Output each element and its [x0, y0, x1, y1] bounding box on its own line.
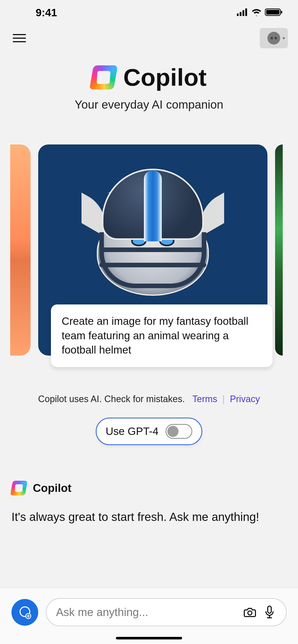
status-time: 9:41	[15, 7, 57, 19]
gpt4-toggle[interactable]: Use GPT-4	[96, 418, 202, 445]
toggle-switch[interactable]	[166, 424, 192, 439]
input-bar: Ask me anything...	[0, 588, 298, 644]
chat-sender-name: Copilot	[33, 482, 72, 494]
privacy-link[interactable]: Privacy	[230, 394, 260, 404]
link-separator: |	[220, 394, 227, 404]
message-input[interactable]: Ask me anything...	[46, 598, 287, 626]
svg-rect-2	[242, 10, 244, 16]
svg-rect-6	[281, 11, 282, 13]
new-topic-button[interactable]	[11, 599, 38, 626]
svg-point-8	[248, 611, 252, 615]
status-bar: 9:41	[0, 0, 298, 25]
suggestion-carousel[interactable]: ✦ ✧ ✦ ✧ Create an image for my fantasy f…	[0, 144, 298, 356]
suggestion-prompt-text: Create an image for my fantasy football …	[62, 314, 262, 357]
home-indicator[interactable]	[116, 637, 182, 639]
gpt4-toggle-label: Use GPT-4	[106, 425, 159, 437]
suggestion-card-prev[interactable]	[10, 144, 31, 356]
suggestion-prompt-box: Create an image for my fantasy football …	[51, 304, 273, 367]
battery-icon	[265, 8, 283, 17]
page-title: Copilot	[123, 64, 207, 91]
chat-plus-icon	[18, 605, 32, 619]
chat-header: Copilot	[11, 481, 287, 495]
mic-button[interactable]	[262, 605, 276, 619]
account-button[interactable]	[260, 28, 288, 48]
svg-rect-0	[237, 13, 239, 16]
disclaimer-row: Copilot uses AI. Check for mistakes. Ter…	[0, 394, 298, 404]
app-header	[0, 25, 298, 56]
logo-row: Copilot	[0, 64, 298, 91]
status-icons	[237, 8, 283, 17]
tagline: Your everyday AI companion	[0, 98, 298, 111]
svg-rect-5	[266, 10, 279, 14]
svg-rect-1	[240, 12, 241, 16]
copilot-logo-icon	[89, 65, 118, 90]
wifi-icon	[251, 8, 262, 17]
disclaimer-text: Copilot uses AI. Check for mistakes.	[38, 394, 185, 404]
camera-icon	[244, 607, 256, 618]
hamburger-icon	[13, 34, 26, 35]
mic-icon	[265, 606, 274, 619]
copilot-avatar-icon	[10, 481, 28, 495]
suggestion-card[interactable]: ✦ ✧ ✦ ✧ Create an image for my fantasy f…	[38, 144, 267, 356]
chat-greeting: It's always great to start fresh. Ask me…	[11, 509, 287, 525]
message-placeholder: Ask me anything...	[56, 606, 237, 619]
cellular-icon	[237, 8, 248, 17]
title-area: Copilot Your everyday AI companion	[0, 56, 298, 116]
account-icon	[267, 32, 280, 45]
terms-link[interactable]: Terms	[192, 394, 217, 404]
svg-rect-9	[268, 606, 271, 613]
toggle-knob-icon	[167, 426, 179, 437]
gpt4-toggle-wrap: Use GPT-4	[0, 418, 298, 445]
menu-button[interactable]	[10, 32, 29, 45]
chat-section: Copilot It's always great to start fresh…	[0, 445, 298, 525]
camera-button[interactable]	[243, 605, 257, 619]
svg-rect-3	[245, 8, 247, 16]
suggestion-card-next[interactable]	[275, 144, 283, 356]
